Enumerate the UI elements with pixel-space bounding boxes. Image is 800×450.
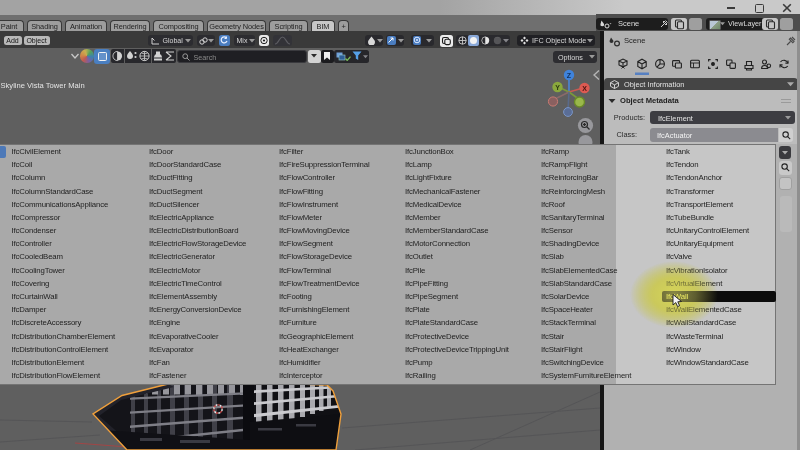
svg-text:Z: Z [567, 72, 572, 79]
svg-text:X: X [582, 85, 587, 92]
svg-text:Y: Y [555, 84, 560, 91]
